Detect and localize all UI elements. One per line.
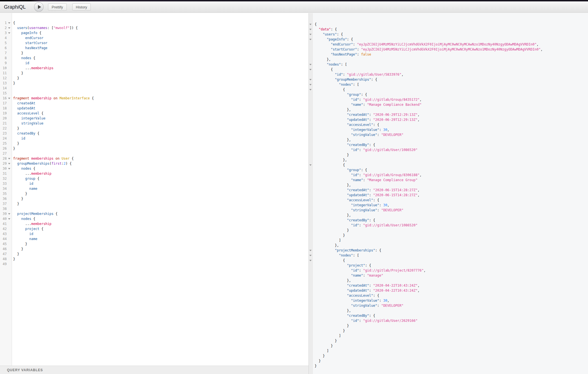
fold-arrow-icon[interactable]: [309, 250, 312, 251]
query-line[interactable]: 46 }: [0, 246, 309, 251]
query-code-text[interactable]: group {: [12, 176, 39, 181]
query-code-text[interactable]: fragment memberships on User {: [12, 156, 74, 161]
query-code-text[interactable]: [12, 86, 13, 91]
query-line[interactable]: 31 ...membership: [0, 171, 309, 176]
fold-arrow-icon[interactable]: [309, 79, 312, 80]
query-line[interactable]: 21 stringValue: [0, 121, 309, 126]
fold-arrow-icon[interactable]: [309, 64, 312, 65]
query-code-text[interactable]: [12, 151, 13, 156]
query-code-text[interactable]: fragment membership on MemberInterface {: [12, 96, 94, 101]
query-code-text[interactable]: }: [12, 146, 15, 151]
query-code-text[interactable]: ...membership: [12, 221, 51, 226]
query-line[interactable]: 39 projectMemberships {: [0, 211, 309, 216]
fold-arrow-icon[interactable]: [309, 39, 312, 40]
fold-arrow-icon[interactable]: [8, 22, 10, 24]
query-line[interactable]: 41 ...membership: [0, 221, 309, 226]
fold-arrow-icon[interactable]: [309, 69, 312, 70]
fold-arrow-icon[interactable]: [8, 213, 10, 215]
query-line[interactable]: 24 id: [0, 136, 309, 141]
query-code-text[interactable]: }: [12, 251, 19, 256]
fold-arrow-icon[interactable]: [8, 98, 10, 99]
query-code-text[interactable]: project {: [12, 226, 43, 231]
query-code-text[interactable]: }: [12, 141, 19, 146]
fold-arrow-icon[interactable]: [8, 168, 10, 169]
execute-query-button[interactable]: [34, 2, 44, 12]
query-line[interactable]: 22 }: [0, 126, 309, 131]
query-code-text[interactable]: nodes {: [12, 166, 35, 171]
query-code-text[interactable]: nodes {: [12, 56, 35, 61]
query-line[interactable]: 28fragment memberships on User {: [0, 156, 309, 161]
query-line[interactable]: 45 }: [0, 241, 309, 246]
query-line[interactable]: 48}: [0, 256, 309, 262]
fold-arrow-icon[interactable]: [309, 255, 312, 256]
query-code-text[interactable]: }: [12, 76, 19, 81]
query-line[interactable]: 49: [0, 262, 309, 267]
query-line[interactable]: 3 pageInfo {: [0, 30, 309, 35]
query-line[interactable]: 23 createdBy {: [0, 131, 309, 136]
query-code-text[interactable]: }: [12, 71, 23, 76]
query-line[interactable]: 37 }: [0, 201, 309, 206]
query-code-text[interactable]: id: [12, 61, 29, 66]
query-code-text[interactable]: startCursor: [12, 40, 47, 45]
query-line[interactable]: 8 nodes {: [0, 56, 309, 61]
query-code-text[interactable]: ...memberships: [12, 66, 54, 71]
query-code-text[interactable]: stringValue: [12, 121, 43, 126]
query-code-text[interactable]: ...membership: [12, 171, 51, 176]
query-line[interactable]: 15: [0, 91, 309, 96]
query-line[interactable]: 36 }: [0, 196, 309, 201]
query-line[interactable]: 26}: [0, 146, 309, 151]
query-code-text[interactable]: }: [12, 191, 27, 196]
query-code-text[interactable]: users(usernames: ["mwoolf"]) {: [12, 25, 78, 30]
query-line[interactable]: 43 id: [0, 231, 309, 236]
query-line[interactable]: 38: [0, 206, 309, 211]
query-line[interactable]: 34 name: [0, 186, 309, 191]
query-code-text[interactable]: }: [12, 256, 15, 262]
query-line[interactable]: 44 name: [0, 236, 309, 241]
fold-arrow-icon[interactable]: [309, 84, 312, 85]
query-code-text[interactable]: }: [12, 201, 19, 206]
query-code-text[interactable]: id: [12, 231, 33, 236]
query-line[interactable]: 9 id: [0, 61, 309, 66]
fold-arrow-icon[interactable]: [8, 32, 10, 34]
query-line[interactable]: 16fragment membership on MemberInterface…: [0, 96, 309, 101]
fold-arrow-icon[interactable]: [8, 163, 10, 164]
query-line[interactable]: 19 accessLevel {: [0, 111, 309, 116]
query-code-text[interactable]: nodes {: [12, 216, 35, 221]
query-code-text[interactable]: groupMemberships(first:2) {: [12, 161, 72, 166]
query-code-text[interactable]: createdBy {: [12, 131, 39, 136]
query-line[interactable]: 4 endCursor: [0, 35, 309, 40]
query-line[interactable]: 47 }: [0, 251, 309, 256]
fold-arrow-icon[interactable]: [309, 24, 312, 25]
query-code-text[interactable]: }: [12, 51, 23, 56]
query-code-text[interactable]: }: [12, 246, 23, 251]
query-code-text[interactable]: pageInfo {: [12, 30, 41, 35]
query-line[interactable]: 18 updatedAt: [0, 106, 309, 111]
query-code-text[interactable]: projectMemberships {: [12, 211, 58, 216]
query-code-text[interactable]: createdAt: [12, 101, 35, 106]
query-code-text[interactable]: [12, 206, 13, 211]
query-line[interactable]: 11 }: [0, 71, 309, 76]
fold-arrow-icon[interactable]: [8, 27, 10, 29]
query-code-text[interactable]: }: [12, 241, 27, 246]
query-code-text[interactable]: }: [12, 126, 19, 131]
query-code-text[interactable]: accessLevel {: [12, 111, 43, 116]
query-code-text[interactable]: [12, 91, 13, 96]
query-line[interactable]: 5 startCursor: [0, 40, 309, 45]
query-line[interactable]: 33 id: [0, 181, 309, 186]
fold-arrow-icon[interactable]: [309, 29, 312, 30]
query-line[interactable]: 7 }: [0, 51, 309, 56]
query-line[interactable]: 27: [0, 151, 309, 156]
query-line[interactable]: 6 hasNextPage: [0, 45, 309, 51]
prettify-button[interactable]: Prettify: [48, 3, 66, 11]
query-code-text[interactable]: }: [12, 81, 15, 86]
query-line[interactable]: 10 ...memberships: [0, 66, 309, 71]
history-button[interactable]: History: [72, 3, 91, 11]
query-line[interactable]: 20 integerValue: [0, 116, 309, 121]
query-line[interactable]: 14: [0, 86, 309, 91]
query-line[interactable]: 40 nodes {: [0, 216, 309, 221]
query-code-text[interactable]: }: [12, 196, 23, 201]
fold-arrow-icon[interactable]: [8, 218, 10, 220]
query-editor[interactable]: 1{2 users(usernames: ["mwoolf"]) {3 page…: [0, 13, 309, 366]
query-code-text[interactable]: {: [12, 20, 15, 25]
query-variables-header[interactable]: QUERY VARIABLES: [0, 366, 309, 374]
